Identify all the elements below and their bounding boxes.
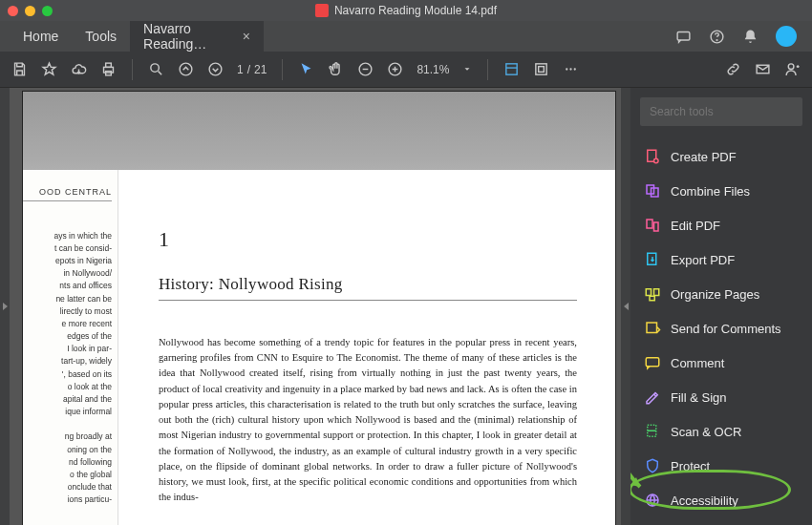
svg-point-8 bbox=[209, 63, 222, 75]
star-icon[interactable] bbox=[41, 61, 57, 77]
svg-rect-24 bbox=[654, 222, 659, 231]
tool-icon bbox=[644, 423, 661, 440]
page-view-icon[interactable] bbox=[533, 61, 549, 77]
maximize-window[interactable] bbox=[42, 6, 53, 16]
save-icon[interactable] bbox=[11, 61, 28, 77]
bell-icon[interactable] bbox=[742, 29, 759, 45]
tool-icon bbox=[644, 457, 661, 474]
document-viewport[interactable]: OOD CENTRAL ays in which the t can be co… bbox=[10, 88, 621, 525]
tool-icon bbox=[644, 251, 661, 268]
page-indicator: 1 / 21 bbox=[237, 63, 267, 76]
tool-icon bbox=[644, 148, 661, 165]
zoom-level[interactable]: 81.1% bbox=[417, 63, 449, 76]
close-tab-icon[interactable]: × bbox=[243, 29, 250, 44]
page-down-icon[interactable] bbox=[207, 61, 224, 77]
page-current[interactable]: 1 bbox=[237, 63, 244, 76]
tool-accessibility[interactable]: Accessibility bbox=[640, 483, 802, 517]
body-text: Nollywood has become something of a tren… bbox=[159, 335, 577, 506]
svg-rect-12 bbox=[536, 64, 546, 74]
tool-icon bbox=[644, 285, 661, 303]
left-page-fragment: ays in which the t can be consid- epots … bbox=[23, 230, 112, 507]
svg-rect-26 bbox=[646, 289, 651, 296]
right-panel-toggle[interactable] bbox=[621, 88, 630, 525]
tool-send-for-comments[interactable]: Send for Comments bbox=[640, 311, 802, 346]
print-icon[interactable] bbox=[100, 61, 117, 77]
svg-point-18 bbox=[788, 64, 794, 70]
pdf-icon bbox=[315, 4, 329, 17]
link-icon[interactable] bbox=[725, 61, 741, 77]
tool-organize-pages[interactable]: Organize Pages bbox=[640, 277, 802, 311]
tool-icon bbox=[644, 492, 661, 509]
chapter-number: 1 bbox=[159, 227, 577, 252]
tool-combine-files[interactable]: Combine Files bbox=[640, 174, 802, 208]
chevron-down-icon[interactable] bbox=[462, 61, 472, 77]
page-up-icon[interactable] bbox=[178, 61, 194, 77]
tool-label: Organize Pages bbox=[671, 287, 759, 302]
tool-scan-ocr[interactable]: Scan & OCR bbox=[640, 414, 802, 449]
avatar[interactable] bbox=[776, 26, 797, 47]
svg-rect-29 bbox=[647, 323, 657, 333]
svg-rect-27 bbox=[654, 289, 659, 296]
svg-point-16 bbox=[574, 68, 576, 70]
tool-label: Edit PDF bbox=[671, 219, 720, 233]
tab-tools[interactable]: Tools bbox=[72, 21, 130, 52]
tool-label: Protect bbox=[671, 459, 710, 473]
tool-comment[interactable]: Comment bbox=[640, 346, 802, 380]
tab-home[interactable]: Home bbox=[10, 21, 72, 52]
traffic-lights bbox=[8, 6, 53, 16]
page-total: 21 bbox=[254, 63, 267, 76]
tab-document-label: Navarro Reading… bbox=[143, 21, 233, 52]
svg-point-14 bbox=[566, 68, 568, 70]
svg-point-6 bbox=[151, 64, 160, 73]
search-icon[interactable] bbox=[148, 61, 164, 77]
tool-icon bbox=[644, 354, 661, 371]
tool-label: Scan & OCR bbox=[671, 425, 741, 439]
tool-label: Create PDF bbox=[671, 150, 737, 164]
mail-icon[interactable] bbox=[755, 61, 771, 77]
tool-icon bbox=[644, 217, 661, 234]
window-filename: Navarro Reading Module 14.pdf bbox=[334, 4, 497, 17]
tab-document[interactable]: Navarro Reading… × bbox=[130, 21, 264, 52]
book-right-page: 1 History: Nollywood Rising Nollywood ha… bbox=[118, 170, 615, 525]
hand-icon[interactable] bbox=[328, 61, 344, 77]
help-icon[interactable] bbox=[709, 29, 725, 45]
svg-point-15 bbox=[570, 68, 572, 70]
fit-width-icon[interactable] bbox=[503, 61, 520, 77]
tab-bar: Home Tools Navarro Reading… × bbox=[0, 21, 812, 52]
svg-rect-11 bbox=[506, 64, 517, 74]
left-page-header: OOD CENTRAL bbox=[23, 187, 112, 201]
left-panel-toggle[interactable] bbox=[0, 88, 10, 525]
tool-icon bbox=[644, 182, 661, 200]
page: OOD CENTRAL ays in which the t can be co… bbox=[23, 92, 615, 525]
tool-protect[interactable]: Protect bbox=[640, 449, 802, 483]
chapter-title: History: Nollywood Rising bbox=[159, 275, 577, 301]
cloud-icon[interactable] bbox=[71, 61, 87, 77]
svg-point-2 bbox=[716, 39, 717, 40]
pointer-icon[interactable] bbox=[298, 61, 314, 77]
add-user-icon[interactable] bbox=[784, 61, 801, 77]
svg-rect-4 bbox=[106, 63, 112, 67]
window-title: Navarro Reading Module 14.pdf bbox=[315, 4, 497, 17]
window-title-bar: Navarro Reading Module 14.pdf bbox=[0, 0, 812, 21]
tool-fill-sign[interactable]: Fill & Sign bbox=[640, 380, 802, 414]
tool-label: Fill & Sign bbox=[671, 390, 727, 405]
minimize-window[interactable] bbox=[25, 6, 35, 16]
content-area: OOD CENTRAL ays in which the t can be co… bbox=[0, 88, 812, 525]
tool-create-pdf[interactable]: Create PDF bbox=[640, 139, 802, 174]
tool-edit-pdf[interactable]: Edit PDF bbox=[640, 208, 802, 242]
svg-rect-30 bbox=[646, 358, 659, 367]
tool-export-pdf[interactable]: Export PDF bbox=[640, 242, 802, 277]
tool-icon bbox=[644, 388, 661, 406]
tool-label: Comment bbox=[671, 356, 724, 370]
tool-label: Send for Comments bbox=[671, 322, 781, 336]
zoom-in-icon[interactable] bbox=[387, 61, 403, 77]
svg-rect-23 bbox=[647, 220, 652, 228]
close-window[interactable] bbox=[8, 6, 18, 16]
chat-icon[interactable] bbox=[675, 29, 692, 45]
book-left-page: OOD CENTRAL ays in which the t can be co… bbox=[23, 170, 118, 525]
toolbar: 1 / 21 81.1% bbox=[0, 52, 812, 88]
more-icon[interactable] bbox=[563, 61, 579, 77]
tool-label: Combine Files bbox=[671, 184, 750, 199]
search-tools-input[interactable] bbox=[640, 97, 802, 126]
zoom-out-icon[interactable] bbox=[357, 61, 374, 77]
